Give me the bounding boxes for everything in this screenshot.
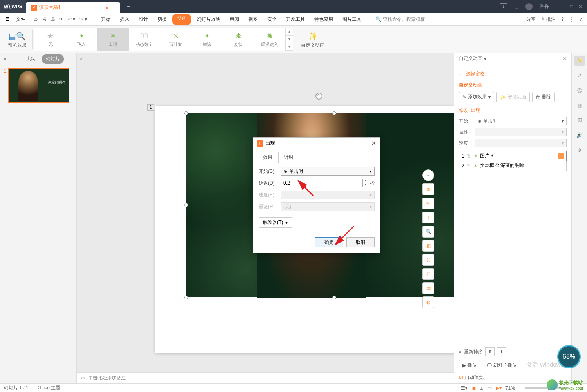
selection-pane-link[interactable]: ⿻ 选择窗格 (459, 71, 567, 77)
image-icon[interactable]: 🖼 (574, 115, 585, 125)
undo-icon[interactable]: ↶ ▾ (68, 16, 75, 22)
normal-view-icon[interactable]: ▣ (471, 385, 476, 391)
sparkle-icon[interactable]: ✨ (574, 56, 585, 66)
command-search[interactable]: 🔍 查找命令、搜索模板 (375, 16, 425, 23)
outline-tab[interactable]: 大纲 (22, 54, 40, 64)
list-item[interactable]: 2 🖱 ✶ 文本框 4: 深邃的眼眸 (459, 161, 566, 171)
more-icon[interactable]: ⋮ (569, 16, 574, 22)
dropdown-icon[interactable]: ▾ (484, 56, 486, 62)
delay-spinner[interactable]: ▲▼ (281, 179, 368, 187)
rotate-handle[interactable] (315, 93, 322, 100)
export-icon[interactable]: ↗ (574, 71, 585, 81)
box-icon[interactable]: ◫ (514, 4, 518, 9)
style-icon[interactable]: Ⓐ (574, 85, 585, 96)
resize-handle-nw[interactable] (184, 111, 188, 115)
barcode-icon[interactable]: ⦀ (422, 212, 434, 223)
tab-picture-tools[interactable]: 图片工具 (339, 14, 365, 25)
tab-view[interactable]: 视图 (245, 14, 262, 25)
smart-anim-button[interactable]: ✨ 智能动画 (496, 92, 530, 102)
slideshow-view-icon[interactable]: ▶▾ (496, 385, 502, 391)
anim-none[interactable]: ★无 (34, 28, 66, 51)
anim-wipe[interactable]: ✦擦除 (191, 28, 223, 51)
add-effect-button[interactable]: ✎ 添加效果 ▾ (459, 92, 494, 102)
resize-handle-w[interactable] (184, 203, 188, 207)
list-item[interactable]: 1 🖱 ✶ 图片 3 (459, 151, 566, 161)
zoom-out-icon[interactable]: − (519, 385, 522, 391)
tab-review[interactable]: 审阅 (226, 14, 243, 25)
tab-security[interactable]: 安全 (263, 14, 281, 25)
gear-icon[interactable]: ⚙ (574, 145, 585, 155)
sorter-view-icon[interactable]: ⊞ (480, 385, 484, 391)
zoom-search-icon[interactable]: 🔍 (422, 226, 434, 238)
user-avatar[interactable] (525, 3, 533, 10)
wps-logo[interactable]: WPS (0, 0, 26, 13)
reading-view-icon[interactable]: ▭ (487, 385, 492, 391)
zoom-value[interactable]: 71% (505, 385, 515, 391)
resize-handle-sw[interactable] (184, 296, 188, 299)
tab-slideshow[interactable]: 幻灯片放映 (193, 14, 224, 25)
cancel-button[interactable]: 取消 (346, 237, 375, 247)
effect-tab[interactable]: 效果 (257, 152, 278, 163)
ok-button[interactable]: 确定 (315, 237, 343, 247)
tab-transition[interactable]: 切换 (154, 14, 171, 25)
expand-panel-icon[interactable]: » (79, 56, 82, 62)
anim-box[interactable]: ❋盒状 (223, 28, 254, 51)
sound-icon[interactable]: 🔊 (574, 130, 585, 140)
preview-effect-button[interactable]: ▤🔍 预览效果 (4, 30, 31, 49)
maximize-icon[interactable]: □ (570, 4, 573, 9)
slide-thumbnail-row[interactable]: 1 ⋆ (0, 64, 76, 107)
minimize-icon[interactable]: — (560, 4, 565, 9)
slides-tab[interactable]: 幻灯片 (42, 54, 64, 64)
anim-dynamic-num[interactable]: 99动态数字 (129, 28, 160, 51)
layers-icon[interactable]: ≋ (422, 183, 434, 195)
anim-slowenter[interactable]: ✺缓慢进入 (254, 28, 285, 51)
slide-thumbnail[interactable] (8, 68, 69, 103)
move-up-button[interactable]: ⬆ (485, 347, 495, 356)
help-icon[interactable]: ? (561, 16, 564, 22)
gallery-down-icon[interactable]: ▼ (286, 36, 293, 43)
file-menu[interactable]: 文件 (14, 15, 28, 24)
move-down-button[interactable]: ⬇ (497, 347, 506, 356)
custom-animation-button[interactable]: ✨ 自定义动画 (297, 30, 328, 49)
delete-button[interactable]: 🗑 删除 (532, 92, 555, 102)
paste-icon[interactable]: ⿻ (422, 268, 434, 280)
menu-icon[interactable]: ☰▾ (461, 385, 467, 391)
tab-devtools[interactable]: 开发工具 (282, 14, 309, 25)
tab-design[interactable]: 设计 (135, 14, 152, 25)
item-menu-icon[interactable] (558, 153, 564, 159)
anim-appear[interactable]: ✶出现 (97, 28, 129, 51)
close-icon[interactable]: ✕ (578, 4, 582, 9)
resize-handle-s[interactable] (332, 296, 336, 299)
copy-icon[interactable]: ⿻ (422, 254, 434, 266)
gallery-up-icon[interactable]: ▲ (286, 28, 293, 36)
spin-up-icon[interactable]: ▲ (363, 179, 368, 183)
open-icon[interactable]: 🗁 (33, 16, 38, 22)
play-button[interactable]: ▶ 播放 (459, 360, 480, 370)
annotate-button[interactable]: ✎ 批注 (541, 16, 556, 23)
preview-icon[interactable]: 👁 (59, 16, 64, 22)
collapse-ribbon-icon[interactable]: ∧ (580, 16, 583, 22)
resize-handle-n[interactable] (332, 111, 336, 115)
timing-tab[interactable]: 计时 (278, 152, 299, 163)
dialog-titlebar[interactable]: P 出现 ✕ (253, 138, 380, 149)
anim-flyin[interactable]: ✦飞入 (66, 28, 97, 51)
template-icon[interactable]: ▦ (574, 100, 585, 111)
tab-animation[interactable]: 动画 (172, 14, 191, 25)
delay-input[interactable] (281, 180, 362, 186)
notes-bar[interactable]: ▭ 单击此处添加备注 (77, 372, 454, 383)
adjust-icon[interactable]: ◧ (422, 240, 434, 252)
tab-insert[interactable]: 插入 (116, 14, 133, 25)
start-select[interactable]: 🖱 单击时▾ (475, 117, 567, 125)
dialog-close-icon[interactable]: ✕ (371, 140, 376, 147)
spin-down-icon[interactable]: ▼ (363, 183, 368, 187)
hamburger-icon[interactable]: ☰ (4, 15, 11, 24)
gallery-expand-icon[interactable]: ▾ (286, 43, 293, 51)
contrast-icon[interactable]: ◐ (422, 296, 434, 308)
slideshow-button[interactable]: 🖵 幻灯片播放 (484, 360, 520, 370)
tab-start[interactable]: 开始 (97, 14, 114, 25)
anim-blinds[interactable]: ✳百叶窗 (160, 28, 191, 51)
start-select[interactable]: 🖱 单击时▾ (281, 167, 375, 176)
expand-icon[interactable]: » (459, 349, 462, 354)
save-icon[interactable]: 🖨 (42, 16, 47, 22)
notification-badge[interactable]: 1 (500, 3, 507, 10)
